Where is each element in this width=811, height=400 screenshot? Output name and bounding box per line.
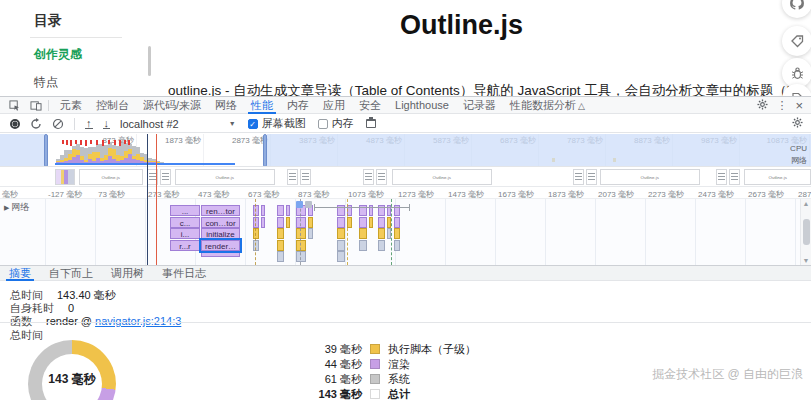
flame-event[interactable] xyxy=(277,251,284,262)
timing-marker[interactable] xyxy=(305,201,312,208)
flame-event[interactable] xyxy=(394,228,400,239)
memory-checkbox[interactable]: 内存 xyxy=(318,116,354,131)
devtools-tab-安全[interactable]: 安全 xyxy=(352,97,388,114)
flame-event[interactable] xyxy=(253,217,259,228)
flame-event[interactable] xyxy=(286,205,290,216)
flame-chart-area[interactable]: ▶ 网络 ...c...i...r...rren…torcon…toriniti… xyxy=(0,199,811,265)
flame-event[interactable] xyxy=(378,240,385,251)
scrollbar-thumb[interactable] xyxy=(803,219,810,245)
filmstrip-thumbnail[interactable] xyxy=(586,169,597,185)
filmstrip-thumbnail[interactable] xyxy=(300,169,311,185)
sidebar-scrollbar[interactable] xyxy=(148,46,151,76)
network-track-header[interactable]: ▶ 网络 xyxy=(4,201,29,214)
flame-event[interactable] xyxy=(201,251,240,257)
flame-event[interactable] xyxy=(337,251,345,262)
devtools-tab-内存[interactable]: 内存 xyxy=(280,97,316,114)
flame-event[interactable] xyxy=(394,217,400,228)
flame-event[interactable] xyxy=(261,217,265,228)
screenshots-checkbox[interactable]: ✓ 屏幕截图 xyxy=(248,116,306,131)
filmstrip-thumbnail[interactable]: Outline.js xyxy=(392,169,492,185)
flame-event[interactable] xyxy=(359,217,367,228)
capture-settings-gear-icon[interactable] xyxy=(792,117,803,130)
devtools-tab-性能数据分析[interactable]: 性能数据分析△ xyxy=(503,97,592,114)
flame-event[interactable] xyxy=(337,217,345,228)
filmstrip-thumbnail[interactable] xyxy=(573,169,584,185)
filmstrip-thumbnail[interactable] xyxy=(287,169,298,185)
details-tab-事件日志[interactable]: 事件日志 xyxy=(153,266,215,281)
window-handle-left[interactable] xyxy=(44,134,48,167)
clear-icon[interactable] xyxy=(52,118,64,130)
devtools-tab-源代码/来源[interactable]: 源代码/来源 xyxy=(136,97,208,114)
float-button[interactable] xyxy=(782,26,811,56)
float-button[interactable] xyxy=(782,0,811,18)
screenshot-filmstrip[interactable]: Outline.jsOutline.jsOutline.jsOutline.js… xyxy=(0,167,811,187)
flame-event[interactable] xyxy=(253,240,259,251)
devtools-tab-控制台[interactable]: 控制台 xyxy=(89,97,136,114)
flame-event[interactable] xyxy=(296,240,306,251)
record-button[interactable] xyxy=(10,119,20,129)
devtools-tab-Lighthouse[interactable]: Lighthouse xyxy=(388,97,456,114)
filmstrip-thumbnail[interactable] xyxy=(160,169,171,185)
flame-event[interactable]: r...r xyxy=(170,240,200,251)
load-profile-icon[interactable]: ↑ xyxy=(85,118,93,129)
filmstrip-thumbnail[interactable] xyxy=(55,169,75,185)
flame-event[interactable] xyxy=(337,240,345,251)
details-tab-摘要[interactable]: 摘要 xyxy=(0,266,40,281)
flame-event[interactable] xyxy=(369,217,373,228)
filmstrip-thumbnail[interactable] xyxy=(729,169,740,185)
inspect-icon[interactable] xyxy=(6,99,22,112)
flame-event[interactable] xyxy=(277,228,284,239)
close-devtools-icon[interactable]: × xyxy=(795,99,803,112)
flame-event[interactable] xyxy=(277,205,284,216)
flame-event[interactable] xyxy=(253,205,259,216)
kebab-menu-icon[interactable]: ⋮ xyxy=(776,99,787,112)
flame-event[interactable] xyxy=(308,228,313,239)
flame-event-selected[interactable]: render… xyxy=(201,240,240,251)
flame-event[interactable] xyxy=(378,217,385,228)
profile-select[interactable]: localhost #2 ▼ xyxy=(120,118,236,130)
device-toolbar-icon[interactable] xyxy=(28,99,44,112)
flame-event[interactable] xyxy=(359,228,367,239)
reload-and-record-icon[interactable] xyxy=(30,118,42,130)
window-handle-right[interactable] xyxy=(263,134,267,167)
filmstrip-thumbnail[interactable]: Outline.js xyxy=(79,169,143,185)
flame-event[interactable] xyxy=(253,228,259,239)
flame-event[interactable] xyxy=(286,217,290,228)
flame-event[interactable] xyxy=(261,205,265,216)
flame-event[interactable] xyxy=(308,217,313,228)
collect-garbage-icon[interactable] xyxy=(366,119,376,128)
flame-event[interactable] xyxy=(337,228,345,239)
filmstrip-thumbnail[interactable]: Outline.js xyxy=(175,169,275,185)
flame-event[interactable]: c... xyxy=(170,217,200,228)
details-tab-调用树[interactable]: 调用树 xyxy=(102,266,153,281)
flame-event[interactable]: ... xyxy=(170,205,200,216)
timing-marker[interactable] xyxy=(296,201,303,208)
flame-event[interactable]: initialize xyxy=(201,228,240,239)
flame-event[interactable] xyxy=(277,240,284,251)
filmstrip-thumbnail[interactable] xyxy=(376,169,387,185)
devtools-tab-应用[interactable]: 应用 xyxy=(316,97,352,114)
flame-event[interactable] xyxy=(296,228,306,239)
devtools-tab-元素[interactable]: 元素 xyxy=(53,97,89,114)
flame-event[interactable]: con…tor xyxy=(201,217,240,228)
flame-event[interactable]: ren…tor xyxy=(201,205,240,216)
flame-event[interactable] xyxy=(277,217,284,228)
timeline-overview[interactable]: 873 毫秒1873 毫秒2873 毫秒3873 毫秒4873 毫秒5873 毫… xyxy=(0,134,811,167)
filmstrip-thumbnail[interactable] xyxy=(363,169,374,185)
devtools-tab-记录器[interactable]: 记录器 xyxy=(456,97,503,114)
flame-event[interactable] xyxy=(296,251,306,262)
scroll-down-icon[interactable]: ▼ xyxy=(803,257,810,264)
filmstrip-thumbnail[interactable] xyxy=(716,169,727,185)
source-location-link[interactable]: navigator.js:214:3 xyxy=(95,315,181,327)
details-tab-自下而上[interactable]: 自下而上 xyxy=(40,266,102,281)
devtools-tab-网络[interactable]: 网络 xyxy=(208,97,244,114)
sidebar-item[interactable]: 特点 xyxy=(34,74,144,91)
flame-scrollbar[interactable]: ▲ ▼ xyxy=(800,199,811,265)
flame-event[interactable] xyxy=(394,240,400,251)
filmstrip-thumbnail[interactable]: Outline.js xyxy=(600,169,700,185)
devtools-tab-性能[interactable]: 性能 xyxy=(244,97,280,114)
flame-event[interactable] xyxy=(296,217,306,228)
sidebar-item[interactable]: 创作灵感 xyxy=(34,46,144,63)
save-profile-icon[interactable]: ↓ xyxy=(103,118,111,129)
filmstrip-thumbnail[interactable]: Outline.js xyxy=(744,169,811,185)
